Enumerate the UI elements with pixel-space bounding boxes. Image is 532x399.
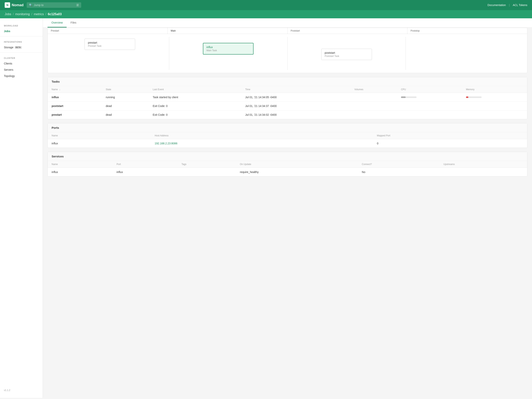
sidebar-item-storage[interactable]: Storage BETA: [0, 44, 43, 51]
port-host-address: 192.168.2.23:8086: [151, 139, 373, 148]
th-svc-on-update: On Update: [236, 161, 358, 168]
task-time-prestart: Jul 01, '21 14:34:02 -0400: [241, 110, 350, 119]
logo-text: Nomad: [12, 3, 24, 7]
task-row-influx[interactable]: influx running Task started by client Ju…: [48, 93, 527, 102]
task-row-prestart[interactable]: prestart dead Exit Code: 0 Jul 01, '21 1…: [48, 110, 527, 119]
sidebar-item-servers[interactable]: Servers: [0, 67, 43, 73]
sidebar-version: v1.1.2: [0, 386, 43, 394]
content-area: Prestart Main Poststart Poststop: [43, 28, 532, 185]
sidebar-item-jobs[interactable]: Jobs: [0, 28, 43, 34]
task-row-poststart[interactable]: poststart dead Exit Code: 0 Jul 01, '21 …: [48, 102, 527, 110]
sidebar: WORKLOAD Jobs INTEGRATIONS Storage BETA …: [0, 18, 43, 398]
svc-upstreams: [439, 168, 527, 176]
sidebar-content: WORKLOAD Jobs INTEGRATIONS Storage BETA …: [0, 22, 43, 79]
breadcrumb-jobs[interactable]: Jobs: [5, 13, 11, 16]
nav-divider: |: [509, 4, 510, 7]
sidebar-item-topology[interactable]: Topology: [0, 73, 43, 79]
task-name-influx: influx: [48, 93, 102, 102]
tasks-table: Name ↓ State Last Event Time Volumes CPU…: [48, 86, 527, 119]
th-svc-upstreams: Upstreams: [439, 161, 527, 168]
th-task-volumes: Volumes: [350, 86, 397, 93]
cpu-bar-fill: [401, 97, 406, 98]
sidebar-section-cluster: CLUSTER Clients Servers Topology: [0, 55, 43, 79]
documentation-link[interactable]: Documentation: [488, 4, 506, 7]
service-row-influx: influx influx require_healthy No: [48, 168, 527, 176]
beta-badge: BETA: [15, 46, 22, 49]
sort-icon: ↓: [59, 88, 60, 90]
acl-tokens-link[interactable]: ACL Tokens: [513, 4, 527, 7]
breadcrumb-metrics[interactable]: metrics: [34, 13, 44, 16]
breadcrumb-sep-3: /: [45, 13, 46, 16]
lifecycle-header: Prestart Main Poststart Poststop: [48, 28, 527, 34]
task-event-influx: Task started by client: [149, 93, 241, 102]
tasks-section: Tasks Name ↓ State Last Event Time Volum…: [48, 77, 527, 119]
task-memory-influx: [462, 93, 527, 102]
task-box-influx[interactable]: influx Main Task: [203, 43, 253, 55]
task-state-prestart: dead: [102, 110, 149, 119]
th-task-memory: Memory: [462, 86, 527, 93]
services-header-row: Name Port Tags On Update Connect? Upstre…: [48, 161, 527, 168]
tab-overview[interactable]: Overview: [48, 18, 67, 27]
search-icon: 🔍: [29, 4, 32, 7]
lc-col-poststart: Poststart: [288, 28, 408, 34]
task-state-poststart: dead: [102, 102, 149, 110]
port-name: influx: [48, 139, 151, 148]
th-svc-connect: Connect?: [358, 161, 439, 168]
task-memory-prestart: [462, 110, 527, 119]
task-event-poststart: Exit Code: 0: [149, 102, 241, 110]
nav-right: Documentation | ACL Tokens: [488, 4, 527, 7]
lifecycle-diagram: Prestart Main Poststart Poststop: [48, 28, 527, 73]
task-volumes-poststart: [350, 102, 397, 110]
mem-bar: [466, 97, 481, 98]
task-time-influx: Jul 01, '21 14:34:05 -0400: [241, 93, 350, 102]
port-mapped: 0: [373, 139, 527, 148]
task-box-prestart[interactable]: prestart Prestart Task: [84, 39, 135, 50]
logo-icon: N: [5, 2, 10, 8]
th-port-name: Name: [48, 132, 151, 139]
port-row-influx: influx 192.168.2.23:8086 0: [48, 139, 527, 148]
search-input[interactable]: [34, 4, 75, 7]
main-content: Overview Files Prestart Main Poststart: [43, 18, 532, 398]
svc-connect: No: [358, 168, 439, 176]
search-bar[interactable]: 🔍 /: [27, 2, 81, 8]
lc-body-poststop: [406, 37, 524, 70]
tab-files[interactable]: Files: [67, 18, 80, 27]
svc-tags: [177, 168, 236, 176]
tabs-bar: Overview Files: [43, 18, 532, 28]
th-svc-port: Port: [113, 161, 177, 168]
search-shortcut: /: [76, 4, 79, 6]
services-title: Services: [48, 152, 527, 161]
breadcrumb-monitoring[interactable]: monitoring: [15, 13, 30, 16]
th-task-name: Name ↓: [48, 86, 102, 93]
task-cpu-influx: [397, 93, 462, 102]
task-name-poststart: poststart: [48, 102, 102, 110]
breadcrumb-sep-1: /: [13, 13, 14, 16]
sidebar-section-integrations: INTEGRATIONS Storage BETA: [0, 38, 43, 51]
breadcrumb: Jobs / monitoring / metrics / 6c125a03: [0, 10, 532, 18]
cpu-bar: [401, 97, 417, 98]
ports-table: Name Host Address Mapped Port influx 192…: [48, 132, 527, 148]
tasks-title: Tasks: [48, 77, 527, 86]
lc-col-prestart: Prestart: [48, 28, 168, 34]
breadcrumb-sep-2: /: [31, 13, 32, 16]
th-task-time: Time: [241, 86, 350, 93]
workload-label: WORKLOAD: [0, 22, 43, 28]
top-nav: N Nomad 🔍 / Documentation | ACL Tokens: [0, 0, 532, 10]
th-mapped-port: Mapped Port: [373, 132, 527, 139]
task-box-poststart[interactable]: poststart Poststart Task: [321, 49, 372, 60]
task-volumes-influx: [350, 93, 397, 102]
sidebar-divider-2: [0, 52, 43, 53]
task-name-prestart: prestart: [48, 110, 102, 119]
lc-col-main: Main: [168, 28, 288, 34]
sidebar-item-clients[interactable]: Clients: [0, 60, 43, 67]
task-volumes-prestart: [350, 110, 397, 119]
tasks-header-row: Name ↓ State Last Event Time Volumes CPU…: [48, 86, 527, 93]
lifecycle-body: prestart Prestart Task influx Main Task: [48, 34, 527, 73]
host-address-link[interactable]: 192.168.2.23:8086: [155, 142, 177, 145]
svc-port: influx: [113, 168, 177, 176]
logo[interactable]: N Nomad: [5, 2, 24, 8]
th-task-cpu: CPU: [397, 86, 462, 93]
breadcrumb-current: 6c125a03: [48, 13, 62, 16]
task-memory-poststart: [462, 102, 527, 110]
ports-header-row: Name Host Address Mapped Port: [48, 132, 527, 139]
